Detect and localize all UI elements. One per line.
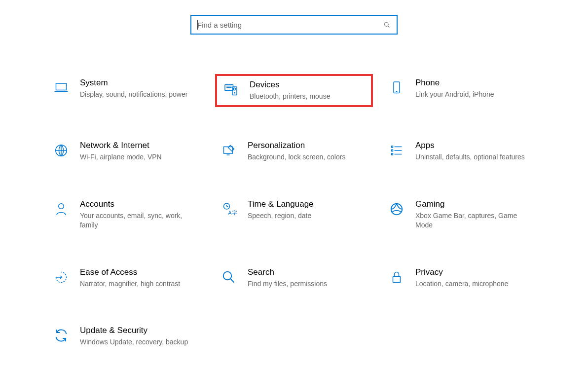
laptop-icon	[51, 78, 71, 98]
tile-title: Apps	[415, 141, 532, 150]
search-wrapper	[0, 15, 588, 35]
person-icon	[51, 199, 71, 219]
svg-rect-17	[392, 146, 393, 148]
tile-desc: Xbox Game Bar, captures, Game Mode	[415, 211, 532, 230]
tile-desc: Uninstall, defaults, optional features	[415, 152, 532, 162]
search-input[interactable]	[197, 21, 383, 29]
tile-apps[interactable]: Apps Uninstall, defaults, optional featu…	[383, 137, 541, 166]
tile-time-language[interactable]: A字 Time & Language Speech, region, date	[215, 195, 373, 234]
tile-personalization[interactable]: Personalization Background, lock screen,…	[215, 137, 373, 166]
tile-ease-of-access[interactable]: Ease of Access Narrator, magnifier, high…	[47, 263, 205, 293]
tile-text: Gaming Xbox Game Bar, captures, Game Mod…	[415, 199, 537, 230]
svg-point-29	[223, 271, 232, 280]
tile-desc: Wi-Fi, airplane mode, VPN	[80, 152, 196, 162]
svg-point-0	[384, 22, 388, 26]
gaming-icon	[387, 199, 406, 219]
search-icon	[383, 21, 391, 29]
tile-desc: Location, camera, microphone	[415, 279, 532, 289]
svg-point-23	[59, 204, 64, 209]
apps-icon	[387, 141, 406, 160]
tile-text: Phone Link your Android, iPhone	[415, 78, 537, 99]
tile-text: Personalization Background, lock screen,…	[248, 141, 369, 162]
tile-title: Network & Internet	[80, 141, 196, 150]
tile-title: Accounts	[80, 199, 196, 209]
tile-devices[interactable]: Devices Bluetooth, printers, mouse	[215, 74, 373, 107]
tile-search[interactable]: Search Find my files, permissions	[215, 263, 373, 293]
tile-text: Update & Security Windows Update, recove…	[80, 326, 201, 347]
svg-line-1	[388, 26, 389, 27]
phone-icon	[387, 78, 406, 98]
tile-text: Privacy Location, camera, microphone	[415, 267, 537, 289]
svg-rect-2	[56, 83, 67, 90]
tile-privacy[interactable]: Privacy Location, camera, microphone	[383, 263, 541, 293]
svg-point-8	[233, 88, 236, 90]
devices-icon	[221, 80, 241, 100]
tile-text: Apps Uninstall, defaults, optional featu…	[415, 141, 537, 162]
tile-update-security[interactable]: Update & Security Windows Update, recove…	[47, 322, 205, 351]
magnifier-icon	[219, 267, 239, 287]
tile-desc: Narrator, magnifier, high contrast	[80, 279, 196, 289]
tile-system[interactable]: System Display, sound, notifications, po…	[47, 74, 205, 107]
ease-of-access-icon	[51, 267, 71, 287]
update-icon	[51, 326, 71, 345]
globe-icon	[51, 141, 71, 160]
svg-point-9	[234, 92, 235, 93]
tile-title: Gaming	[415, 199, 532, 209]
svg-line-30	[231, 279, 234, 282]
tile-title: Phone	[415, 78, 532, 88]
tile-text: Time & Language Speech, region, date	[248, 199, 369, 221]
tile-desc: Speech, region, date	[248, 211, 364, 221]
tile-title: Time & Language	[248, 199, 364, 209]
tile-title: System	[80, 78, 196, 88]
tile-desc: Bluetooth, printers, mouse	[250, 92, 362, 101]
svg-text:A字: A字	[228, 209, 237, 215]
tile-desc: Display, sound, notifications, power	[80, 90, 196, 99]
svg-line-26	[227, 206, 228, 207]
tile-title: Search	[248, 267, 364, 277]
tile-gaming[interactable]: Gaming Xbox Game Bar, captures, Game Mod…	[383, 195, 541, 234]
tile-desc: Link your Android, iPhone	[415, 90, 532, 99]
tile-text: Network & Internet Wi-Fi, airplane mode,…	[80, 141, 201, 162]
svg-rect-31	[393, 276, 401, 282]
settings-grid: System Display, sound, notifications, po…	[47, 74, 541, 351]
settings-home: System Display, sound, notifications, po…	[0, 0, 588, 351]
tile-desc: Background, lock screen, colors	[248, 152, 364, 162]
lock-icon	[387, 267, 406, 287]
tile-text: Devices Bluetooth, printers, mouse	[250, 80, 367, 101]
svg-rect-21	[392, 153, 393, 155]
tile-text: Ease of Access Narrator, magnifier, high…	[80, 267, 201, 289]
tile-network[interactable]: Network & Internet Wi-Fi, airplane mode,…	[47, 137, 205, 166]
tile-desc: Your accounts, email, sync, work, family	[80, 211, 196, 230]
text-caret	[197, 20, 198, 30]
tile-title: Devices	[250, 80, 362, 90]
tile-title: Update & Security	[80, 326, 196, 335]
tile-desc: Find my files, permissions	[248, 279, 364, 289]
tile-text: Accounts Your accounts, email, sync, wor…	[80, 199, 201, 230]
tile-title: Privacy	[415, 267, 532, 277]
tile-text: System Display, sound, notifications, po…	[80, 78, 201, 99]
svg-rect-19	[392, 149, 393, 151]
tile-desc: Windows Update, recovery, backup	[80, 337, 196, 347]
tile-phone[interactable]: Phone Link your Android, iPhone	[383, 74, 541, 107]
personalization-icon	[219, 141, 239, 160]
tile-title: Personalization	[248, 141, 364, 150]
search-box[interactable]	[190, 15, 398, 35]
time-language-icon: A字	[219, 199, 239, 219]
tile-text: Search Find my files, permissions	[248, 267, 369, 289]
tile-title: Ease of Access	[80, 267, 196, 277]
tile-accounts[interactable]: Accounts Your accounts, email, sync, wor…	[47, 195, 205, 234]
